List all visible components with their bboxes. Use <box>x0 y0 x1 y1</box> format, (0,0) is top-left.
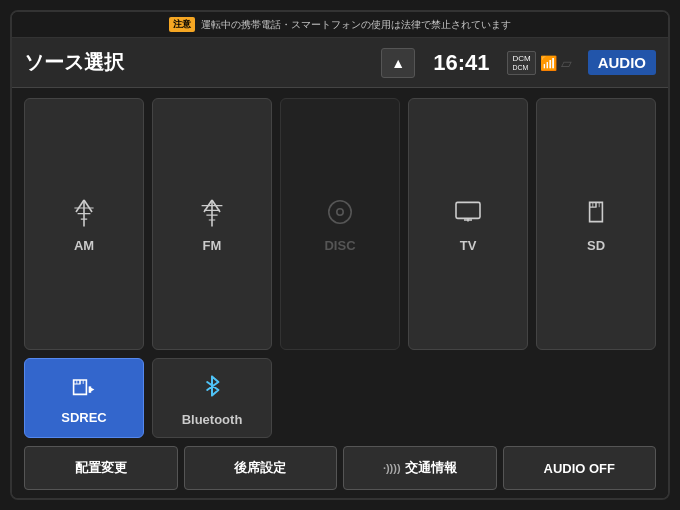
rear-label: 後席設定 <box>234 459 286 477</box>
warning-icon: 注意 <box>169 17 195 32</box>
wifi-icon: 📶 <box>540 55 557 71</box>
svg-point-13 <box>329 200 351 222</box>
sd-label: SD <box>587 238 605 253</box>
source-btn-tv[interactable]: TV <box>408 98 528 350</box>
source-btn-sdrec[interactable]: SDREC <box>24 358 144 438</box>
arrange-label: 配置変更 <box>75 459 127 477</box>
signal-icon: ▱ <box>561 55 572 71</box>
bluetooth-label: Bluetooth <box>182 412 243 427</box>
fm-icon <box>196 196 228 232</box>
fm-label: FM <box>203 238 222 253</box>
sdrec-icon <box>68 372 100 404</box>
time-display: 16:41 <box>433 50 489 76</box>
source-btn-sd[interactable]: SD <box>536 98 656 350</box>
audio-off-button[interactable]: AUDIO OFF <box>503 446 657 490</box>
header-bar: ソース選択 ▲ 16:41 DCMDCM 📶 ▱ AUDIO <box>12 38 668 88</box>
device-frame: 注意 運転中の携帯電話・スマートフォンの使用は法律で禁止されています ソース選択… <box>10 10 670 500</box>
traffic-wave-icon: ·)))) <box>383 462 401 474</box>
svg-line-2 <box>84 200 92 212</box>
svg-rect-24 <box>89 386 91 392</box>
tv-icon <box>452 196 484 232</box>
source-btn-disc[interactable]: DISC <box>280 98 400 350</box>
rear-button[interactable]: 後席設定 <box>184 446 338 490</box>
warning-text: 運転中の携帯電話・スマートフォンの使用は法律で禁止されています <box>201 18 511 32</box>
disc-label: DISC <box>324 238 355 253</box>
warning-bar: 注意 運転中の携帯電話・スマートフォンの使用は法律で禁止されています <box>12 12 668 38</box>
source-grid-row1: AM FM <box>24 98 656 350</box>
source-title: ソース選択 <box>24 49 371 76</box>
arrange-button[interactable]: 配置変更 <box>24 446 178 490</box>
svg-rect-15 <box>456 202 480 218</box>
dcm-badge: DCMDCM <box>507 51 535 75</box>
am-icon <box>68 196 100 232</box>
tv-label: TV <box>460 238 477 253</box>
svg-point-14 <box>337 208 343 214</box>
source-btn-fm[interactable]: FM <box>152 98 272 350</box>
traffic-label: 交通情報 <box>405 459 457 477</box>
source-btn-am[interactable]: AM <box>24 98 144 350</box>
sdrec-label: SDREC <box>61 410 107 425</box>
main-content: AM FM <box>12 88 668 498</box>
svg-line-1 <box>76 200 84 212</box>
bottom-bar: 配置変更 後席設定 ·)))) 交通情報 AUDIO OFF <box>24 446 656 490</box>
status-icons: DCMDCM 📶 ▱ <box>507 51 571 75</box>
audio-off-label: AUDIO OFF <box>544 461 616 476</box>
am-label: AM <box>74 238 94 253</box>
eject-button[interactable]: ▲ <box>381 48 415 78</box>
source-btn-bluetooth[interactable]: Bluetooth <box>152 358 272 438</box>
audio-badge: AUDIO <box>588 50 656 75</box>
bluetooth-icon <box>196 370 228 406</box>
source-grid-row2: SDREC Bluetooth <box>24 358 656 438</box>
sd-icon <box>580 196 612 232</box>
disc-icon <box>324 196 356 232</box>
traffic-button[interactable]: ·)))) 交通情報 <box>343 446 497 490</box>
